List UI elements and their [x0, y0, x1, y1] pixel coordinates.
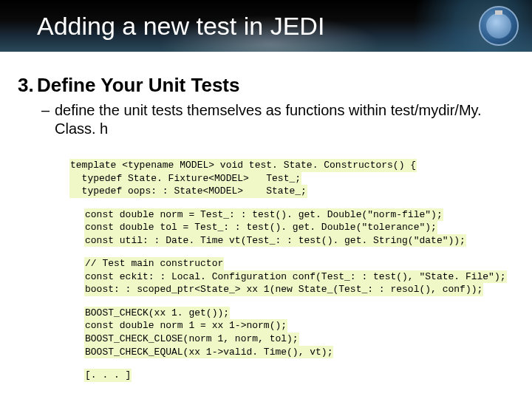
- code-line: [. . . ]: [84, 369, 132, 382]
- slide-title: Adding a new test in JEDI: [37, 12, 324, 41]
- code-line: const double tol = Test_: : test(). get.…: [84, 221, 437, 234]
- code-line: BOOST_CHECK_CLOSE(norm 1, norm, tol);: [84, 332, 299, 346]
- code-line: const double norm 1 = xx 1->norm();: [84, 319, 287, 332]
- code-line: const double norm = Test_: : test(). get…: [84, 208, 443, 222]
- code-block-3: // Test main constructor const eckit: : …: [69, 257, 514, 296]
- code-line: BOOST_CHECK_EQUAL(xx 1->valid. Time(), v…: [84, 346, 333, 359]
- code-block-1: template <typename MODEL> void test. Sta…: [69, 159, 514, 198]
- code-line: boost: : scoped_ptr<State_> xx 1(new Sta…: [84, 283, 483, 296]
- section-heading: 3.Define Your Unit Tests: [18, 74, 514, 97]
- code-line: const util: : Date. Time vt(Test_: : tes…: [84, 234, 466, 248]
- code-line: typedef State. Fixture<MODEL> Test_;: [69, 172, 301, 185]
- code-line: template <typename MODEL> void test. Sta…: [69, 159, 417, 172]
- slide-content: 3.Define Your Unit Tests define the unit…: [0, 52, 532, 382]
- section-heading-text: Define Your Unit Tests: [37, 74, 240, 96]
- code-block-5: [. . . ]: [69, 369, 514, 382]
- code-line: // Test main constructor: [84, 257, 224, 270]
- code-line: const eckit: : Local. Configuration conf…: [84, 270, 507, 284]
- code-block-4: BOOST_CHECK(xx 1. get()); const double n…: [69, 307, 514, 358]
- slide-header: Adding a new test in JEDI: [0, 0, 532, 52]
- code-line: BOOST_CHECK(xx 1. get());: [84, 307, 230, 320]
- code-area: template <typename MODEL> void test. Sta…: [69, 159, 514, 382]
- code-line: typedef oops: : State<MODEL> State_;: [69, 185, 307, 198]
- section-sub-bullet: define the unit tests themselves as func…: [18, 101, 514, 138]
- section-number: 3.: [18, 74, 37, 97]
- jcsda-logo-icon: [479, 6, 519, 46]
- code-block-2: const double norm = Test_: : test(). get…: [69, 208, 514, 248]
